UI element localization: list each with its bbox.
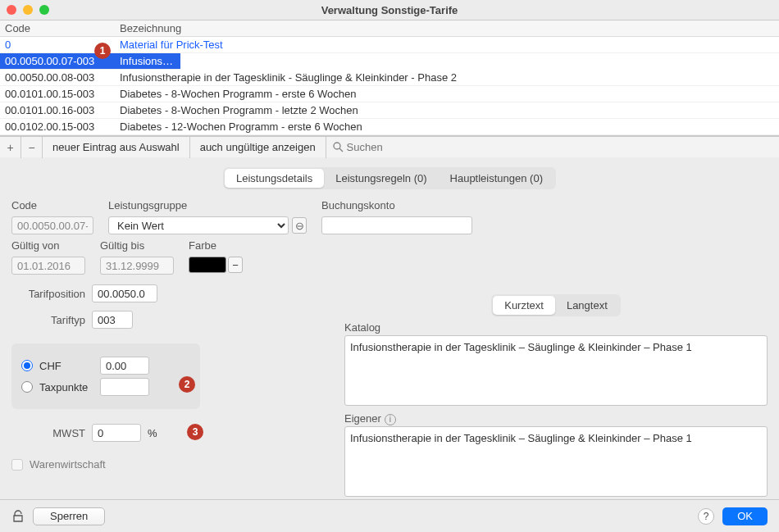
- group-select[interactable]: Kein Wert: [108, 216, 289, 234]
- taxpunkte-field[interactable]: [100, 378, 149, 396]
- titlebar: Verwaltung Sonstige-Tarife: [0, 0, 779, 20]
- label-code: Code: [11, 199, 93, 211]
- tab-main[interactable]: Hauptleistungen (0): [439, 169, 554, 188]
- lock-button[interactable]: Sperren: [33, 507, 105, 525]
- lock-icon[interactable]: [11, 510, 25, 523]
- radio-taxpunkte[interactable]: [21, 381, 33, 393]
- cell-desc: Infusionstherapie in der Tagesklinik - S…: [115, 70, 779, 85]
- label-wawi: Warenwirtschaft: [30, 458, 106, 471]
- add-button[interactable]: +: [0, 137, 21, 158]
- remove-button[interactable]: −: [21, 137, 43, 158]
- label-valid-from: Gültig von: [11, 239, 85, 252]
- tab-kurztext[interactable]: Kurztext: [493, 296, 555, 315]
- window-close[interactable]: [7, 5, 16, 15]
- label-color: Farbe: [189, 239, 243, 252]
- annotation-1: 1: [94, 43, 111, 59]
- svg-point-0: [334, 143, 340, 149]
- label-tariftyp: Tariftyp: [11, 314, 85, 326]
- label-mwst: MWST: [11, 427, 85, 439]
- col-code[interactable]: Code: [0, 20, 115, 36]
- label-account: Buchungskonto: [321, 199, 472, 211]
- color-swatch[interactable]: [189, 257, 226, 273]
- detail-tabs: Leistungsdetails Leistungsregeln (0) Hau…: [0, 167, 779, 189]
- cell-code: 00.0102.00.15-003: [0, 119, 115, 134]
- table-row[interactable]: 00.0102.00.15-003Diabetes - 12-Wochen Pr…: [0, 119, 779, 135]
- cell-desc: Infusionstherapie in der Tagesklinik - S…: [115, 53, 180, 69]
- table-toolbar: + − neuer Eintrag aus Auswahl auch ungül…: [0, 136, 779, 157]
- window-minimize[interactable]: [23, 5, 33, 15]
- tab-rules[interactable]: Leistungsregeln (0): [324, 169, 438, 188]
- radio-chf[interactable]: [21, 360, 33, 371]
- table-row[interactable]: 0Material für Prick-Test: [0, 37, 779, 53]
- cell-desc: Diabetes - 8-Wochen Programm - letzte 2 …: [115, 102, 779, 118]
- table-row[interactable]: 00.0101.00.16-003Diabetes - 8-Wochen Pro…: [0, 102, 779, 119]
- footer: Sperren ? OK: [0, 499, 779, 532]
- cell-code: 00.0050.00.08-003: [0, 70, 115, 85]
- cell-desc: Diabetes - 8-Wochen Programm - erste 6 W…: [115, 86, 779, 102]
- col-desc[interactable]: Bezeichnung: [115, 20, 779, 36]
- search-input[interactable]: [347, 141, 772, 153]
- tab-langtext[interactable]: Langtext: [555, 296, 619, 315]
- valid-from-field: [11, 257, 85, 275]
- table-row[interactable]: 00.0101.00.15-003Diabetes - 8-Wochen Pro…: [0, 86, 779, 102]
- account-field[interactable]: [321, 216, 472, 234]
- katalog-text[interactable]: [344, 335, 768, 406]
- info-icon[interactable]: i: [385, 414, 396, 425]
- search-icon: [333, 142, 344, 152]
- cell-code: 00.0101.00.15-003: [0, 86, 115, 102]
- eigener-text[interactable]: [344, 426, 768, 497]
- cell-desc: Diabetes - 12-Wochen Programm - erste 6 …: [115, 119, 779, 134]
- window-zoom[interactable]: [39, 5, 49, 15]
- cell-code: 00.0101.00.16-003: [0, 102, 115, 118]
- svg-line-1: [339, 148, 343, 152]
- label-group: Leistungsgruppe: [108, 199, 307, 211]
- help-button[interactable]: ?: [698, 508, 714, 525]
- tarifpos-field[interactable]: [92, 284, 157, 302]
- search-field[interactable]: [326, 137, 779, 158]
- window-title: Verwaltung Sonstige-Tarife: [7, 4, 772, 16]
- chf-field[interactable]: [100, 357, 149, 375]
- label-katalog: Katalog: [344, 321, 768, 334]
- label-eigener: Eigener: [344, 412, 381, 425]
- wawi-checkbox[interactable]: [11, 459, 23, 471]
- color-remove[interactable]: −: [228, 257, 243, 273]
- code-field: [11, 216, 93, 234]
- annotation-2: 2: [179, 376, 195, 393]
- tariftyp-field[interactable]: [92, 311, 133, 329]
- group-clear[interactable]: ⊖: [292, 217, 307, 234]
- tariff-table: Code Bezeichnung 0Material für Prick-Tes…: [0, 20, 779, 136]
- new-from-selection[interactable]: neuer Eintrag aus Auswahl: [43, 137, 190, 158]
- tab-details[interactable]: Leistungsdetails: [225, 169, 324, 188]
- show-invalid[interactable]: auch ungültige anzeigen: [190, 137, 326, 158]
- table-row[interactable]: 00.0050.00.08-003Infusionstherapie in de…: [0, 70, 779, 86]
- cell-desc: Material für Prick-Test: [115, 37, 779, 52]
- label-tarifpos: Tarifposition: [11, 288, 85, 300]
- annotation-3: 3: [187, 424, 203, 440]
- label-valid-to: Gültig bis: [100, 239, 174, 252]
- mwst-field[interactable]: [92, 424, 141, 442]
- valid-to-field: [100, 257, 174, 275]
- table-row[interactable]: 00.0050.00.07-003Infusionstherapie in de…: [0, 53, 180, 70]
- ok-button[interactable]: OK: [722, 507, 768, 525]
- label-chf: CHF: [39, 360, 93, 372]
- label-taxpunkte: Taxpunkte: [39, 381, 93, 393]
- label-pct: %: [148, 427, 157, 439]
